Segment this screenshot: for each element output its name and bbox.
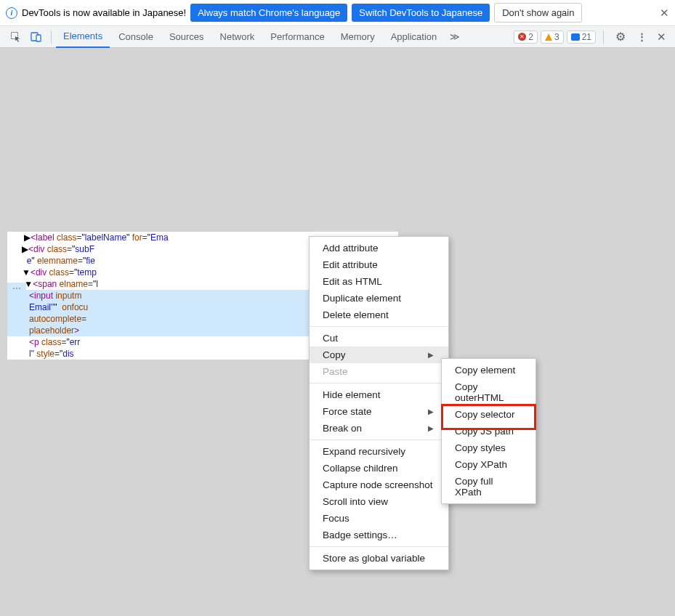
warning-badge[interactable]: 3 [541,31,564,44]
ctx-store-global[interactable]: Store as global variable [310,550,448,567]
ctx-copy-label: Copy [323,349,346,360]
always-match-button[interactable]: Always match Chrome's language [190,4,347,22]
ctx-copy-js-path[interactable]: Copy JS path [442,423,535,439]
ctx-separator [310,439,448,440]
dont-show-again-button[interactable]: Don't show again [494,3,582,23]
ctx-edit-attribute[interactable]: Edit attribute [310,256,448,273]
error-badge[interactable]: ✕2 [514,31,538,44]
tab-performance[interactable]: Performance [263,26,331,48]
ctx-copy-element[interactable]: Copy element [442,362,535,378]
inspect-icon[interactable] [6,26,26,47]
tab-application[interactable]: Application [384,26,445,48]
ctx-collapse-children[interactable]: Collapse children [310,460,448,477]
ctx-add-attribute[interactable]: Add attribute [310,240,448,256]
ctx-separator [310,383,448,384]
ctx-capture-screenshot[interactable]: Capture node screenshot [310,477,448,493]
toolbar-right: ✕2 3 21 ⚙ ⋮ ✕ [514,30,669,44]
warning-count: 3 [554,32,559,42]
close-icon[interactable]: ✕ [660,7,669,20]
context-menu: Add attribute Edit attribute Edit as HTM… [309,236,449,570]
ctx-badge-settings[interactable]: Badge settings… [310,527,448,543]
svg-rect-2 [36,35,41,41]
toolbar-separator [603,31,604,44]
kebab-icon[interactable]: ⋮ [633,31,651,42]
devtools-toolbar: Elements Console Sources Network Perform… [0,26,675,48]
ctx-edit-as-html[interactable]: Edit as HTML [310,273,448,290]
warning-icon [545,33,552,41]
ctx-focus[interactable]: Focus [310,510,448,527]
ctx-paste: Paste [310,363,448,380]
ctx-copy-styles[interactable]: Copy styles [442,439,535,456]
ctx-copy-xpath[interactable]: Copy XPath [442,456,535,473]
ctx-copy[interactable]: Copy▶ [310,346,448,363]
submenu-arrow-icon: ▶ [428,408,434,416]
tab-overflow[interactable]: ≫ [445,26,464,48]
message-badge[interactable]: 21 [567,31,596,44]
info-icon: i [6,7,17,19]
ctx-separator [310,326,448,327]
settings-icon[interactable]: ⚙ [611,30,630,44]
ctx-duplicate-element[interactable]: Duplicate element [310,290,448,307]
ctx-scroll-into-view[interactable]: Scroll into view [310,493,448,510]
ctx-cut[interactable]: Cut [310,330,448,346]
tab-sources[interactable]: Sources [162,26,211,48]
devtools-tabs: Elements Console Sources Network Perform… [56,26,464,48]
ctx-expand-recursively[interactable]: Expand recursively [310,443,448,460]
ctx-force-state[interactable]: Force state▶ [310,403,448,420]
ctx-force-label: Force state [323,406,372,417]
ctx-separator [310,546,448,547]
message-icon [571,33,580,41]
tab-memory[interactable]: Memory [334,26,382,48]
ctx-copy-outerhtml[interactable]: Copy outerHTML [442,378,535,406]
tab-elements[interactable]: Elements [56,26,110,48]
toolbar-separator [51,31,52,44]
line-ellipsis-icon[interactable]: ⋯ [7,283,26,294]
ctx-break-label: Break on [323,423,362,434]
error-count: 2 [528,32,533,42]
ctx-copy-full-xpath[interactable]: Copy full XPath [442,473,535,500]
ctx-copy-selector[interactable]: Copy selector [442,406,535,423]
ctx-delete-element[interactable]: Delete element [310,307,448,323]
tab-network[interactable]: Network [213,26,262,48]
submenu-arrow-icon: ▶ [428,351,434,359]
language-info-bar: i DevTools is now available in Japanese!… [0,0,675,26]
copy-submenu: Copy element Copy outerHTML Copy selecto… [441,358,536,504]
error-icon: ✕ [518,33,526,41]
close-panel-icon[interactable]: ✕ [654,31,669,44]
switch-devtools-button[interactable]: Switch DevTools to Japanese [352,4,490,22]
message-count: 21 [582,32,591,42]
submenu-arrow-icon: ▶ [428,424,434,432]
ctx-break-on[interactable]: Break on▶ [310,420,448,437]
device-toggle-icon[interactable] [26,26,47,47]
tab-console[interactable]: Console [111,26,161,48]
ctx-hide-element[interactable]: Hide element [310,386,448,403]
info-message: DevTools is now available in Japanese! [22,7,186,18]
